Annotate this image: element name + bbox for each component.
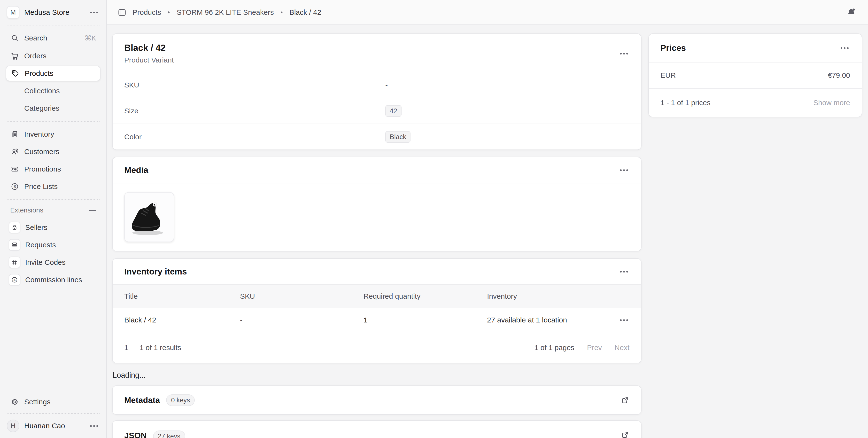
tag-icon: [11, 69, 20, 78]
sidebar-item-label: Invite Codes: [25, 258, 66, 267]
main-area: Products STORM 96 2K LITE Sneakers Black…: [107, 0, 868, 438]
show-more-button[interactable]: Show more: [813, 98, 850, 107]
breadcrumb-products[interactable]: Products: [132, 8, 161, 17]
size-row: Size 42: [113, 98, 641, 124]
cell-sku: -: [240, 316, 364, 324]
prices-title: Prices: [660, 43, 839, 53]
svg-text:$: $: [14, 184, 16, 189]
bag-icon: [9, 222, 20, 233]
sidebar-item-label: Price Lists: [24, 182, 58, 191]
json-external-link-icon[interactable]: [621, 431, 629, 438]
inventory-card-header: Inventory items: [113, 259, 641, 284]
user-ellipsis-icon[interactable]: [89, 424, 99, 428]
loading-text: Loading...: [113, 371, 641, 380]
sidebar-item-search[interactable]: Search ⌘K: [6, 30, 100, 46]
store-menu[interactable]: M Medusa Store: [0, 0, 106, 25]
json-card: JSON 27 keys: [112, 420, 642, 438]
sidebar-item-orders[interactable]: Orders: [6, 48, 100, 64]
users-icon: [10, 147, 20, 156]
sidebar-item-label: Requests: [25, 241, 56, 249]
chevron-right-icon: [280, 10, 284, 14]
next-button[interactable]: Next: [614, 343, 629, 352]
currency-label: EUR: [660, 71, 676, 80]
content: Black / 42 Product Variant SKU - Size 42: [107, 25, 868, 438]
sidebar-item-label: Collections: [24, 87, 60, 95]
page-count: 1 of 1 pages: [534, 343, 574, 352]
prices-card: Prices EUR €79.00 1 - 1 of 1 prices Show…: [648, 33, 862, 117]
user-avatar: H: [7, 419, 20, 432]
media-title: Media: [124, 165, 619, 175]
inventory-pagination: 1 — 1 of 1 results 1 of 1 pages Prev Nex…: [113, 332, 641, 363]
sidebar-item-commission-lines[interactable]: $ Commission lines: [6, 272, 100, 287]
store-ellipsis-icon[interactable]: [89, 10, 99, 15]
sidebar-toggle-icon[interactable]: [118, 8, 127, 17]
hash-icon: [9, 256, 20, 268]
col-sku: SKU: [240, 292, 364, 301]
sidebar-item-settings[interactable]: Settings: [6, 394, 100, 410]
metadata-external-link-icon[interactable]: [621, 396, 629, 405]
prices-count: 1 - 1 of 1 prices: [660, 98, 711, 107]
variant-card: Black / 42 Product Variant SKU - Size 42: [112, 33, 642, 150]
sku-row: SKU -: [113, 72, 641, 98]
prices-ellipsis-icon[interactable]: [839, 46, 850, 51]
sidebar: M Medusa Store Search ⌘K Orders: [0, 0, 107, 438]
media-ellipsis-icon[interactable]: [619, 168, 629, 173]
svg-text:$: $: [13, 278, 16, 282]
sidebar-item-categories[interactable]: Categories: [6, 100, 100, 116]
cell-title: Black / 42: [124, 316, 240, 324]
sidebar-item-products[interactable]: Products: [6, 66, 100, 81]
size-label: Size: [124, 106, 385, 115]
variant-ellipsis-icon[interactable]: [619, 51, 629, 56]
inventory-ellipsis-icon[interactable]: [619, 270, 629, 274]
media-thumbnail[interactable]: [124, 192, 174, 242]
sidebar-item-sellers[interactable]: Sellers: [6, 220, 100, 235]
extensions-label: Extensions: [10, 206, 43, 214]
sidebar-item-requests[interactable]: Requests: [6, 237, 100, 253]
size-badge: 42: [385, 105, 402, 117]
sidebar-item-label: Products: [25, 69, 53, 78]
main-column: Black / 42 Product Variant SKU - Size 42: [112, 33, 642, 438]
sidebar-item-label: Settings: [24, 398, 51, 406]
sidebar-item-inventory[interactable]: Inventory: [6, 126, 100, 142]
sidebar-extensions-section: Extensions Sellers Requests Invite Cod: [0, 200, 106, 292]
sidebar-item-price-lists[interactable]: $ Price Lists: [6, 179, 100, 194]
sidebar-item-label: Promotions: [24, 165, 61, 174]
media-card-header: Media: [113, 157, 641, 183]
user-name: Huanan Cao: [24, 421, 84, 430]
sidebar-item-label: Categories: [24, 104, 59, 113]
json-keys-badge: 27 keys: [153, 431, 185, 438]
prev-button[interactable]: Prev: [587, 343, 602, 352]
inventory-table-row[interactable]: Black / 42 - 1 27 available at 1 locatio…: [113, 308, 641, 332]
col-inventory: Inventory: [487, 292, 613, 301]
breadcrumb-product[interactable]: STORM 96 2K LITE Sneakers: [177, 8, 274, 17]
sidebar-item-collections[interactable]: Collections: [6, 83, 100, 99]
chevron-right-icon: [167, 10, 171, 14]
sidebar-item-invite-codes[interactable]: Invite Codes: [6, 255, 100, 270]
page-title: Black / 42: [124, 43, 619, 53]
cell-required-quantity: 1: [364, 316, 487, 324]
cell-inventory: 27 available at 1 location: [487, 316, 613, 324]
gear-icon: [10, 397, 20, 407]
sidebar-item-customers[interactable]: Customers: [6, 144, 100, 159]
sidebar-search-section: Search ⌘K: [0, 25, 106, 48]
sidebar-item-label: Orders: [24, 52, 46, 60]
collapse-minus-icon[interactable]: [89, 210, 96, 211]
prices-footer: 1 - 1 of 1 prices Show more: [649, 88, 862, 117]
sidebar-nav-secondary: Inventory Customers Promotions $ Price L…: [0, 122, 106, 199]
dollar-circle-icon: $: [9, 274, 20, 286]
row-ellipsis-icon[interactable]: [613, 318, 629, 322]
variant-card-header: Black / 42 Product Variant: [113, 34, 641, 72]
metadata-card: Metadata 0 keys: [112, 385, 642, 415]
sidebar-item-promotions[interactable]: Promotions: [6, 161, 100, 177]
building-icon: [10, 130, 20, 139]
sneaker-image: [126, 194, 172, 240]
user-menu[interactable]: H Huanan Cao: [0, 414, 106, 438]
dollar-circle-icon: $: [10, 182, 20, 191]
notifications-bell-icon[interactable]: [846, 7, 857, 18]
sku-value: -: [385, 81, 629, 89]
list-lines-icon: [9, 239, 20, 251]
results-count: 1 — 1 of 1 results: [124, 343, 181, 352]
media-body: [113, 183, 641, 251]
metadata-title: Metadata: [124, 395, 160, 405]
ticket-icon: [10, 164, 20, 174]
